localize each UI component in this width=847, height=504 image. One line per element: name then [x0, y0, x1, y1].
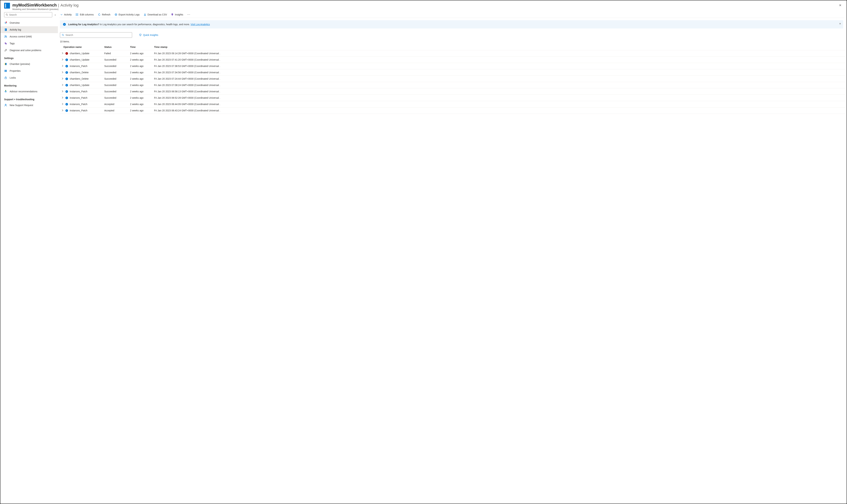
- table-row[interactable]: iinstances_PatchAccepted2 weeks agoFri J…: [60, 107, 845, 114]
- timestamp-cell: Fri Jan 20 2023 07:41:20 GMT+0000 (Coord…: [153, 57, 845, 63]
- download-csv-button[interactable]: Download as CSV: [144, 13, 167, 16]
- operation-name: instances_Patch: [70, 109, 87, 112]
- time-cell: 2 weeks ago: [129, 95, 153, 101]
- table-row[interactable]: ichambers_UpdateSucceeded2 weeks agoFri …: [60, 82, 845, 88]
- expand-row-icon[interactable]: [61, 103, 64, 106]
- table-row[interactable]: iinstances_PatchAccepted2 weeks agoFri J…: [60, 101, 845, 107]
- columns-icon: [76, 13, 79, 16]
- edit-columns-button[interactable]: Edit columns: [76, 13, 93, 16]
- svg-rect-19: [76, 14, 77, 14]
- refresh-button[interactable]: Refresh: [98, 13, 110, 16]
- item-count: 10 items.: [60, 40, 843, 43]
- expand-row-icon[interactable]: [61, 77, 64, 80]
- sidebar: « OverviewActivity logAccess control (IA…: [0, 12, 58, 504]
- svg-rect-24: [77, 15, 78, 16]
- status-cell: Succeeded: [103, 95, 129, 101]
- sidebar-search-input[interactable]: [9, 13, 51, 16]
- sidebar-item-label: Activity log: [10, 28, 21, 31]
- col-status[interactable]: Status: [103, 44, 129, 50]
- table-row[interactable]: ichambers_DeleteSucceeded2 weeks agoFri …: [60, 69, 845, 76]
- svg-rect-21: [76, 14, 77, 15]
- sidebar-item-properties[interactable]: Properties: [0, 68, 58, 74]
- col-time[interactable]: Time: [129, 44, 153, 50]
- status-cell: Accepted: [103, 101, 129, 107]
- timestamp-cell: Fri Jan 20 2023 09:14:28 GMT+0000 (Coord…: [153, 50, 845, 57]
- status-cell: Succeeded: [103, 63, 129, 69]
- sidebar-item-locks[interactable]: Locks: [0, 74, 58, 81]
- operation-name: chambers_Update: [70, 52, 89, 55]
- col-operation-name[interactable]: Operation name: [60, 44, 103, 50]
- expand-row-icon[interactable]: [61, 71, 64, 74]
- svg-point-26: [116, 14, 116, 15]
- info-icon: i: [63, 23, 66, 26]
- expand-row-icon[interactable]: [61, 90, 64, 93]
- tag-icon: [4, 42, 7, 45]
- time-cell: 2 weeks ago: [129, 107, 153, 114]
- sidebar-item-new-support-request[interactable]: New Support Request: [0, 102, 58, 109]
- svg-point-39: [62, 34, 63, 35]
- sidebar-item-tags[interactable]: Tags: [0, 40, 58, 47]
- time-cell: 2 weeks ago: [129, 50, 153, 57]
- sidebar-item-label: Overview: [10, 21, 20, 24]
- sidebar-item-access-control-iam-[interactable]: Access control (IAM): [0, 33, 58, 40]
- sidebar-search[interactable]: [4, 12, 52, 17]
- export-button[interactable]: Export Activity Logs: [115, 13, 140, 16]
- toolbar-label: Insights: [175, 13, 183, 16]
- activity-search-input[interactable]: [66, 34, 130, 36]
- expand-row-icon[interactable]: [61, 84, 64, 87]
- col-timestamp[interactable]: Time stamp: [153, 44, 845, 50]
- svg-point-9: [6, 36, 7, 37]
- sidebar-item-chamber-preview-[interactable]: Chamber (preview): [0, 60, 58, 68]
- banner-close-button[interactable]: ✕: [839, 22, 841, 25]
- expand-row-icon[interactable]: [61, 96, 64, 99]
- close-button[interactable]: ✕: [837, 3, 843, 8]
- sidebar-item-overview[interactable]: Overview: [0, 19, 58, 26]
- status-info-icon: i: [66, 103, 68, 106]
- time-cell: 2 weeks ago: [129, 101, 153, 107]
- sidebar-item-diagnose-and-solve-problems[interactable]: Diagnose and solve problems: [0, 47, 58, 54]
- table-row[interactable]: iinstances_PatchSucceeded2 weeks agoFri …: [60, 63, 845, 69]
- chamber-icon: [4, 62, 7, 66]
- sidebar-item-activity-log[interactable]: Activity log: [0, 26, 58, 33]
- quick-insights-button[interactable]: Quick Insights: [139, 34, 158, 36]
- refresh-icon: [98, 13, 101, 16]
- sidebar-section-title: Monitoring: [0, 81, 58, 88]
- activity-search[interactable]: [60, 32, 132, 38]
- globe-icon: [4, 21, 7, 24]
- banner-body: In Log Analytics you can search for perf…: [99, 23, 191, 26]
- status-cell: Succeeded: [103, 82, 129, 88]
- status-cell: Succeeded: [103, 57, 129, 63]
- table-row[interactable]: !chambers_UpdateFailed2 weeks agoFri Jan…: [60, 50, 845, 57]
- insights-button[interactable]: Insights: [171, 13, 183, 16]
- sidebar-item-label: Diagnose and solve problems: [10, 49, 41, 52]
- expand-row-icon[interactable]: [61, 58, 64, 61]
- expand-row-icon[interactable]: [61, 65, 64, 68]
- resource-subtitle: Modeling and Simulation Workbench (previ…: [12, 8, 837, 11]
- operation-name: instances_Patch: [70, 96, 87, 99]
- sidebar-section-title: Settings: [0, 54, 58, 60]
- activity-filter-button[interactable]: Activity: [60, 13, 72, 16]
- sidebar-collapse-button[interactable]: «: [54, 13, 56, 17]
- timestamp-cell: Fri Jan 20 2023 07:08:24 GMT+0000 (Coord…: [153, 82, 845, 88]
- svg-rect-16: [5, 77, 6, 79]
- expand-row-icon[interactable]: [61, 52, 64, 55]
- status-info-icon: i: [66, 58, 68, 61]
- banner-link[interactable]: Visit Log Analytics: [190, 23, 210, 26]
- operation-name: instances_Patch: [70, 103, 87, 106]
- properties-icon: [4, 70, 7, 72]
- table-row[interactable]: ichambers_UpdateSucceeded2 weeks agoFri …: [60, 57, 845, 63]
- sidebar-section-title: Support + troubleshooting: [0, 95, 58, 102]
- banner-text: Looking for Log Analytics? In Log Analyt…: [68, 23, 210, 26]
- timestamp-cell: Fri Jan 20 2023 06:43:24 GMT+0000 (Coord…: [153, 107, 845, 114]
- bulb-outline-icon: [139, 34, 142, 36]
- expand-row-icon[interactable]: [61, 109, 64, 112]
- gear-icon: [115, 13, 117, 16]
- resource-title: myModSimWorkbench: [12, 3, 57, 7]
- operation-name: chambers_Update: [70, 58, 89, 61]
- svg-rect-22: [77, 14, 78, 15]
- sidebar-item-advisor-recommendations[interactable]: Advisor recommendations: [0, 88, 58, 95]
- more-commands-button[interactable]: ···: [187, 13, 190, 16]
- table-row[interactable]: iinstances_PatchSucceeded2 weeks agoFri …: [60, 88, 845, 95]
- table-row[interactable]: iinstances_PatchSucceeded2 weeks agoFri …: [60, 95, 845, 101]
- table-row[interactable]: ichambers_DeleteSucceeded2 weeks agoFri …: [60, 76, 845, 82]
